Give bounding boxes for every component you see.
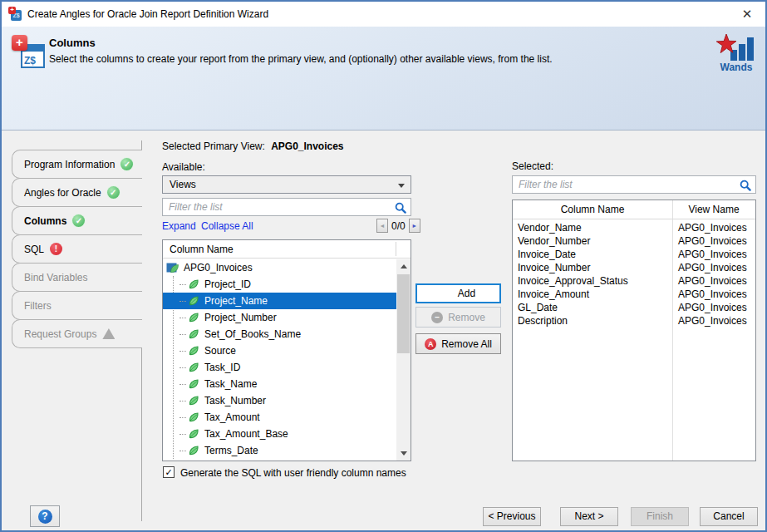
leaf-icon xyxy=(187,377,200,391)
finish-button[interactable]: Finish xyxy=(631,507,689,526)
wands-logo-icon xyxy=(715,33,757,62)
tree-item[interactable]: Project_ID xyxy=(163,276,396,293)
table-row[interactable]: Vendor_NameAPG0_Invoices xyxy=(513,221,755,234)
tree-item[interactable]: Task_Number xyxy=(163,392,396,409)
window-title: Create Angles for Oracle Join Report Def… xyxy=(27,2,268,27)
close-icon[interactable]: ✕ xyxy=(737,4,757,24)
tab-label: Program Information xyxy=(24,159,115,170)
tree-item-label: Set_Of_Books_Name xyxy=(204,328,301,340)
next-button[interactable]: Next > xyxy=(560,507,618,526)
tree-item-label: Task_Number xyxy=(204,395,266,406)
tree-item-label: Tax_Amount xyxy=(204,411,260,423)
remove-all-circle-icon: A xyxy=(425,338,436,350)
cell-view-name: APG0_Invoices xyxy=(672,315,755,327)
table-row[interactable]: Invoice_NumberAPG0_Invoices xyxy=(513,261,755,274)
selected-filter-input[interactable] xyxy=(513,176,755,193)
tree-item[interactable]: Project_Number xyxy=(163,309,396,326)
tree-root-label: APG0_Invoices xyxy=(184,262,253,273)
sidebar-item-filters[interactable]: Filters xyxy=(12,291,142,320)
tree-scrollbar[interactable] xyxy=(396,259,411,461)
tree-item-label: Project_Number xyxy=(204,312,277,323)
tab-label: Columns xyxy=(24,215,66,227)
remove-all-button[interactable]: A Remove All xyxy=(415,333,501,354)
wands-logo-text: Wands xyxy=(715,62,758,73)
search-icon xyxy=(394,201,407,214)
sidebar-item-angles-for-oracle[interactable]: Angles for Oracle ✓ xyxy=(12,178,142,207)
leaf-icon xyxy=(187,411,200,424)
leaf-icon xyxy=(187,328,200,341)
plus-circle-icon: + xyxy=(441,288,453,299)
sidebar-item-program-information[interactable]: Program Information ✓ xyxy=(12,150,142,179)
cell-view-name: APG0_Invoices xyxy=(672,222,755,234)
column-separator xyxy=(672,200,673,461)
tree-item-selected[interactable]: Project_Name xyxy=(163,293,396,309)
step-icon: Z$ + xyxy=(12,35,47,71)
cancel-button[interactable]: Cancel xyxy=(700,507,758,526)
header-separator xyxy=(396,242,396,256)
cell-column-name: Description xyxy=(513,315,672,327)
tab-label: Bind Variables xyxy=(24,272,88,283)
table-row[interactable]: Invoice_DateAPG0_Invoices xyxy=(513,248,755,261)
column-name-header[interactable]: Column Name xyxy=(513,200,672,219)
cell-view-name: APG0_Invoices xyxy=(672,262,755,273)
sidebar-item-bind-variables[interactable]: Bind Variables xyxy=(12,263,142,292)
warning-icon xyxy=(102,328,115,339)
table-row[interactable]: Vendor_NumberAPG0_Invoices xyxy=(513,234,755,248)
help-button[interactable]: ? xyxy=(30,505,60,527)
tree-item[interactable]: Terms_Date xyxy=(163,442,396,459)
tree-item-label: Task_ID xyxy=(204,362,240,373)
tree-item[interactable]: Source xyxy=(163,342,396,359)
pager-previous-icon[interactable]: ◄ xyxy=(376,219,388,233)
view-name-header[interactable]: View Name xyxy=(672,200,755,219)
leaf-icon xyxy=(187,344,200,357)
tree-item[interactable]: Tax_Amount xyxy=(163,409,396,426)
pager-next-icon[interactable]: ► xyxy=(409,219,420,233)
cell-view-name: APG0_Invoices xyxy=(672,249,755,260)
previous-button[interactable]: < Previous xyxy=(483,507,541,526)
available-filter-input[interactable] xyxy=(163,199,411,215)
help-icon: ? xyxy=(38,510,52,524)
add-button-label: Add xyxy=(458,288,475,299)
selected-filter xyxy=(512,175,756,194)
dropdown-selected-value: Views xyxy=(170,179,196,190)
table-header[interactable]: Column Name View Name xyxy=(513,200,755,219)
available-views-dropdown[interactable]: Views xyxy=(162,175,411,194)
cell-column-name: Vendor_Name xyxy=(513,222,672,234)
page-title: Columns xyxy=(49,37,96,49)
tree-item[interactable]: Set_Of_Books_Name xyxy=(163,326,396,342)
plus-badge-icon: + xyxy=(8,7,16,14)
error-icon: ! xyxy=(50,243,62,255)
remove-button[interactable]: − Remove xyxy=(415,307,501,328)
sidebar-item-columns[interactable]: Columns ✓ xyxy=(12,206,142,235)
app-icon: Z$ + xyxy=(8,7,22,21)
tree-item[interactable]: Task_ID xyxy=(163,359,396,376)
cell-column-name: Vendor_Number xyxy=(513,235,672,247)
add-button[interactable]: + Add xyxy=(415,283,501,303)
cell-column-name: GL_Date xyxy=(513,302,672,313)
collapse-all-link[interactable]: Collapse All xyxy=(201,220,253,232)
leaf-icon xyxy=(187,278,200,291)
tree-item-label: Project_ID xyxy=(204,278,251,290)
expand-link[interactable]: Expand xyxy=(162,220,196,232)
table-row[interactable]: Invoice_AmountAPG0_Invoices xyxy=(513,288,755,301)
tree-column-header[interactable]: Column Name xyxy=(163,240,411,259)
tree-root-row[interactable]: APG0_Invoices xyxy=(163,259,396,276)
sidebar-item-request-groups[interactable]: Request Groups xyxy=(12,319,142,348)
page-subtitle: Select the columns to create your report… xyxy=(49,53,553,65)
search-icon xyxy=(739,179,752,192)
scroll-up-icon[interactable] xyxy=(396,259,411,273)
tree-item[interactable]: Task_Name xyxy=(163,376,396,392)
table-row[interactable]: Invoice_Approval_StatusAPG0_Invoices xyxy=(513,274,755,288)
tree-item-label: Task_Name xyxy=(204,378,257,390)
table-row[interactable]: GL_DateAPG0_Invoices xyxy=(513,301,755,314)
sidebar-item-sql[interactable]: SQL ! xyxy=(12,234,142,264)
table-row[interactable]: DescriptionAPG0_Invoices xyxy=(513,314,755,328)
scrollbar-thumb[interactable] xyxy=(397,274,410,353)
cell-column-name: Invoice_Amount xyxy=(513,288,672,300)
step-icon-glyph: Z$ xyxy=(24,55,36,66)
tree-item[interactable]: Tax_Amount_Base xyxy=(163,426,396,442)
tab-label: SQL xyxy=(24,244,44,255)
friendly-names-checkbox[interactable]: ✓ xyxy=(163,466,175,478)
scroll-down-icon[interactable] xyxy=(396,446,411,461)
primary-view-line: Selected Primary View: APG0_Invoices xyxy=(162,140,344,152)
